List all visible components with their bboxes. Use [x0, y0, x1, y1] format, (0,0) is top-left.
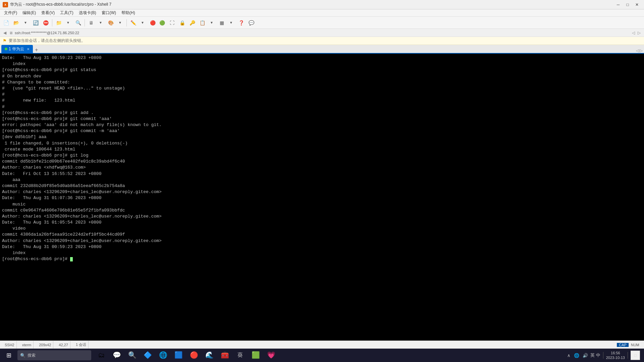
search-bar[interactable]: 🔍 搜索 [17, 350, 91, 360]
maximize-button[interactable]: □ [623, 1, 632, 8]
toolbar-key[interactable]: 🔑 [187, 18, 197, 27]
wechat-icon: 💬 [113, 351, 121, 359]
toolbar-reconnect[interactable]: 🔄 [31, 18, 40, 27]
taskbar-app-chrome[interactable]: 🌐 [156, 349, 170, 362]
close-button[interactable]: ✕ [633, 1, 641, 8]
tray-volume[interactable]: 🔊 [582, 353, 589, 358]
toolbar-compose[interactable]: 💬 [247, 18, 256, 27]
taskbar-app-ide[interactable]: 🟩 [248, 349, 263, 362]
status-cursor: 42,27 [57, 341, 70, 349]
tray-input-mode[interactable]: 中 [596, 352, 600, 358]
title-bar: X 华为云 - root@hcss-ecs-dbb6:/usr/local/sr… [0, 0, 644, 9]
separator-3 [126, 19, 127, 26]
terminal-area[interactable]: Date: Thu Aug 31 00:59:23 2023 +0800 ind… [0, 54, 644, 341]
conn-prev-button[interactable]: ◀ [3, 31, 7, 35]
tray-separator-2 [628, 352, 628, 359]
toolbar-extra-dropdown[interactable]: ▼ [207, 18, 216, 27]
toolbar-fullscreen[interactable]: ⛶ [167, 18, 177, 27]
toolbar-layout[interactable]: ▦ [217, 18, 226, 27]
notification-button[interactable]: □ [631, 351, 640, 360]
terminal[interactable]: Date: Thu Aug 31 00:59:23 2023 +0800 ind… [0, 54, 644, 341]
toolbar-theme-dropdown[interactable]: ▼ [115, 18, 125, 27]
tray-lang[interactable]: 英 [590, 352, 595, 358]
toolbar-zoom-in[interactable]: 🔍 [73, 18, 83, 27]
tab-bar: 1 华为云 ✕ + ◁ ▷ [0, 45, 644, 54]
conn-nav-right[interactable]: ▷ [637, 31, 641, 35]
tray-chevron[interactable]: ∧ [566, 353, 572, 358]
flower-icon: 葵 [237, 352, 243, 359]
toolbar-highlight[interactable]: ✏️ [128, 18, 138, 27]
status-bar: SSH2 xterm 209x42 42,27 1 会话 CAP NUM [0, 341, 644, 349]
toolbar-monitor-dropdown[interactable]: ▼ [96, 18, 105, 27]
menu-help[interactable]: 帮助(H) [119, 9, 138, 16]
tab-close-button[interactable]: ✕ [27, 47, 30, 51]
toolbar-sftp2[interactable]: 🟢 [157, 18, 167, 27]
tab-nav-left[interactable]: ◁ [636, 48, 639, 53]
hint-text: 要添加当前会话，请点击左侧的箭头按钮。 [9, 38, 85, 44]
tab-label: 1 华为云 [9, 46, 24, 52]
taskbar-app-red[interactable]: 🔴 [186, 349, 201, 362]
menu-bar: 文件(F) 编辑(E) 查看(V) 工具(T) 选项卡(B) 窗口(W) 帮助(… [0, 9, 644, 17]
tray-datetime[interactable]: 16:56 2023-10-13 [606, 351, 625, 360]
conn-icon: 🖥 [9, 31, 13, 35]
toolbar: 📄 📂 ▼ 🔄 ⛔ 📁 ▼ 🔍 🖥 ▼ 🎨 ▼ ✏️ ▼ 🔴 🟢 [0, 17, 644, 29]
tab-nav-right[interactable]: ▷ [640, 48, 643, 53]
tab-add-button[interactable]: + [34, 47, 39, 53]
window-title: 华为云 - root@hcss-ecs-dbb6:/usr/local/src/… [10, 2, 111, 7]
edge-icon: 🌊 [205, 351, 214, 359]
menu-window[interactable]: 窗口(W) [99, 9, 119, 16]
toolbar-sftp[interactable]: 🔴 [148, 18, 157, 27]
hint-icon: ⚑ [3, 38, 7, 43]
toolbar-open-dropdown[interactable]: ▼ [21, 18, 30, 27]
toolbar-layout-dropdown[interactable]: ▼ [226, 18, 236, 27]
taskbar-app-search[interactable]: 🔍 [125, 349, 140, 362]
status-sessions: 1 会话 [74, 341, 89, 349]
toolbar-lock[interactable]: 🔒 [177, 18, 187, 27]
toolbar-open[interactable]: 📂 [11, 18, 21, 27]
taskbar-app-tools[interactable]: 🧰 [217, 349, 232, 362]
toolbar-extra[interactable]: 📋 [198, 18, 207, 27]
menu-tools[interactable]: 工具(T) [57, 9, 76, 16]
conn-nav-left[interactable]: ◁ [631, 31, 636, 35]
taskbar-app-explorer[interactable]: 🗂 [94, 349, 109, 362]
separator-2 [85, 19, 85, 26]
teams-icon: 🟦 [174, 351, 183, 359]
toolbar-highlight-dropdown[interactable]: ▼ [138, 18, 147, 27]
taskbar: ⊞ 🔍 搜索 🗂 💬 🔍 🔷 🌐 🟦 🔴 🌊 🧰 [0, 349, 644, 362]
separator-1 [52, 19, 52, 26]
taskbar-app-blue[interactable]: 🔷 [140, 349, 155, 362]
ide-icon: 🟩 [252, 351, 260, 359]
status-num: NUM [629, 343, 641, 347]
explorer-icon: 🗂 [98, 351, 105, 359]
start-button[interactable]: ⊞ [1, 349, 16, 362]
taskbar-app-teams[interactable]: 🟦 [171, 349, 186, 362]
menu-view[interactable]: 查看(V) [39, 9, 57, 16]
tab-1[interactable]: 1 华为云 ✕ [1, 45, 33, 53]
menu-file[interactable]: 文件(F) [1, 9, 20, 16]
red-app-icon: 🔴 [190, 351, 198, 359]
menu-edit[interactable]: 编辑(E) [20, 9, 39, 16]
taskbar-app-flower[interactable]: 葵 [233, 349, 248, 362]
minimize-button[interactable]: ─ [614, 1, 623, 8]
taskbar-app-wechat[interactable]: 💬 [109, 349, 124, 362]
toolbar-transfer[interactable]: 📁 [54, 18, 63, 27]
toolbar-monitor[interactable]: 🖥 [87, 18, 96, 27]
tray-network[interactable]: 🌐 [573, 353, 580, 358]
toolbar-theme[interactable]: 🎨 [106, 18, 115, 27]
status-cap: CAP [617, 343, 629, 347]
search-icon: 🔍 [20, 353, 25, 358]
blue-app-icon: 🔷 [144, 351, 152, 359]
toolbar-help[interactable]: ❓ [236, 18, 246, 27]
terminal-cursor [70, 257, 73, 261]
status-ssh: SSH2 [3, 341, 17, 349]
chrome-icon: 🌐 [159, 351, 167, 359]
search-placeholder: 搜索 [28, 353, 36, 358]
tray-separator [603, 352, 603, 359]
toolbar-disconnect[interactable]: ⛔ [41, 18, 50, 27]
conn-text: ssh://root:***********@124.71.86.250:22 [15, 31, 79, 35]
toolbar-new[interactable]: 📄 [1, 18, 11, 27]
taskbar-app-edge[interactable]: 🌊 [202, 349, 217, 362]
toolbar-transfer-dropdown[interactable]: ▼ [63, 18, 73, 27]
menu-tabs[interactable]: 选项卡(B) [76, 9, 99, 16]
taskbar-app-pink[interactable]: 💗 [264, 349, 278, 362]
